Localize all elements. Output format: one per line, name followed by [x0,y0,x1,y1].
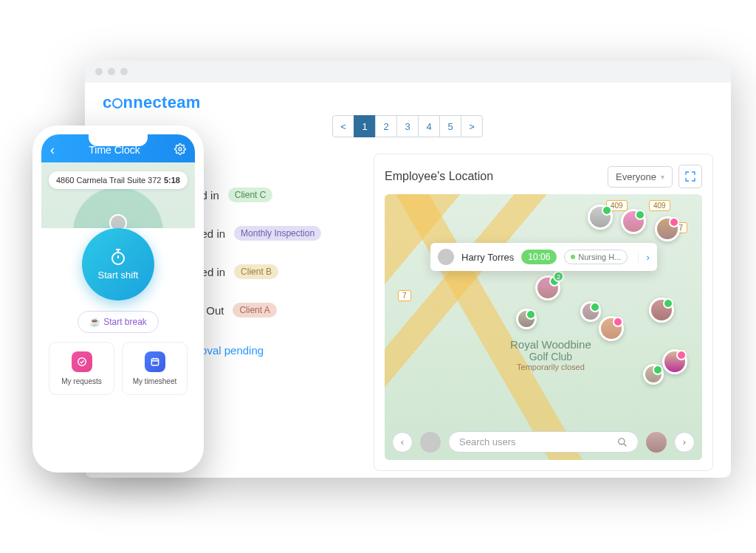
page-4[interactable]: 4 [418,115,440,137]
address-time: 5:18 [164,176,180,185]
employee-pin[interactable] [516,309,537,329]
route-badge: 409 [649,200,670,211]
logo-ring-icon [112,98,123,109]
start-break-button[interactable]: ☕Start break [78,311,159,333]
map-title: Employee's Location [385,170,493,183]
employee-pin[interactable] [643,364,664,385]
search-users-input[interactable]: Search users [448,431,639,453]
current-user-avatar[interactable] [420,432,441,453]
timesheet-icon [145,351,165,372]
address-pill: 4860 Carmela Trail Suite 372 5:18 [49,171,188,189]
employee-pin[interactable] [588,205,613,230]
search-placeholder: Search users [459,436,516,447]
poi-name: Royal Woodbine [510,338,591,351]
address-text: 4860 Carmela Trail Suite 372 [56,176,161,185]
map-next-user[interactable]: › [674,432,695,453]
activity-chip: Client B [234,264,278,279]
start-shift-button[interactable]: Start shift [82,228,154,300]
status-dot-icon [571,255,575,259]
tile-label: My requests [61,377,101,385]
avatar-icon [438,249,454,265]
page-prev[interactable]: < [332,115,354,137]
brand-logo: cconnecteamnnecteam [103,93,713,112]
svg-point-1 [179,148,182,151]
phone-mock: ‹ Time Clock 4860 Carmela Trail Suite 37… [32,126,204,473]
filter-label: Everyone [616,171,656,182]
browser-titlebar [85,61,731,83]
page-5[interactable]: 5 [439,115,461,137]
activity-chip: Client A [233,303,276,317]
expand-icon [684,171,696,182]
phone-notch [89,134,148,146]
my-timesheet-tile[interactable]: My timesheet [122,342,188,395]
chevron-right-icon[interactable]: › [638,252,649,263]
employee-popup[interactable]: Harry Torres 10:06 Nursing H... › [430,243,657,271]
employee-pin[interactable] [655,216,680,241]
chevron-down-icon: ▾ [661,173,664,181]
start-break-label: Start break [103,317,147,327]
activity-chip: Monthly Inspection [234,226,321,241]
employee-pin[interactable] [649,298,674,323]
poi-status: Temporarily closed [510,363,591,371]
coffee-icon: ☕ [89,317,100,327]
employee-pin[interactable] [599,316,624,341]
start-shift-label: Start shift [98,269,139,281]
stopwatch-icon [109,248,127,266]
popup-name: Harry Torres [461,252,514,263]
svg-rect-4 [151,359,158,365]
page-next[interactable]: > [461,115,483,137]
page-3[interactable]: 3 [396,115,419,137]
svg-point-0 [619,438,625,444]
search-icon [617,437,628,447]
poi-sub: Golf Club [510,351,591,363]
filter-select[interactable]: Everyone ▾ [608,166,673,188]
window-dot [120,68,128,75]
next-user-avatar[interactable] [646,432,667,453]
popup-shift-label: Nursing H... [578,253,621,261]
my-requests-tile[interactable]: My requests [49,342,114,395]
cluster-count: 2 [553,271,564,282]
employee-pin[interactable] [662,349,687,374]
employee-pin[interactable] [580,301,601,322]
popup-time: 10:06 [521,250,557,264]
expand-button[interactable] [678,165,702,188]
map-canvas[interactable]: 409 409 27 7 Royal Woodbine Golf Club Te… [385,194,702,460]
requests-icon [72,351,92,372]
back-icon[interactable]: ‹ [50,142,55,158]
employee-pin[interactable] [621,209,646,234]
map-poi-label: Royal Woodbine Golf Club Temporarily clo… [510,338,591,371]
window-dot [95,68,103,75]
popup-shift-chip: Nursing H... [564,250,628,264]
tile-label: My timesheet [133,377,176,385]
route-badge: 7 [398,290,411,301]
employee-location-panel: Employee's Location Everyone ▾ 409 409 [374,154,713,471]
page-2[interactable]: 2 [375,115,397,137]
page-1[interactable]: 1 [354,115,376,137]
gear-icon[interactable] [174,143,186,157]
window-dot [108,68,115,75]
map-prev-user[interactable]: ‹ [392,432,413,453]
activity-chip: Client C [228,188,273,202]
